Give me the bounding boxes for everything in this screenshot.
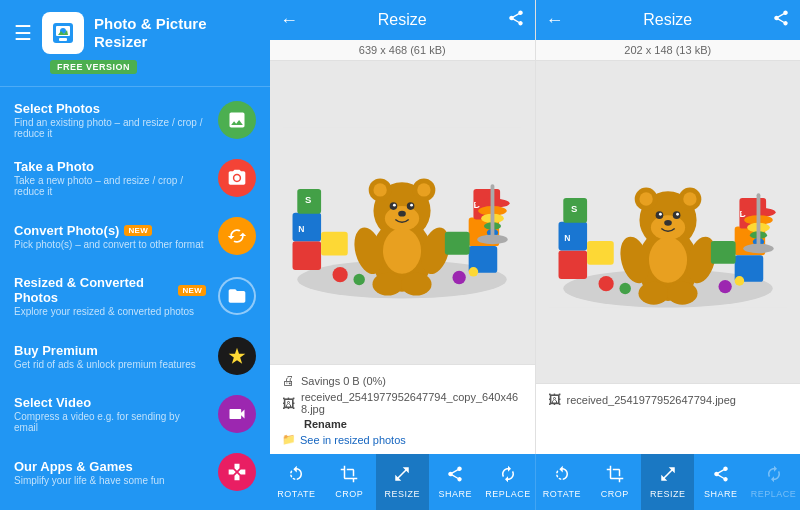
svg-point-15 bbox=[374, 183, 387, 196]
panel-right-header: ← Resize bbox=[536, 0, 801, 40]
app-logo bbox=[42, 12, 84, 54]
panel-right-info: 🖼 received_2541977952647794.jpeg bbox=[536, 383, 801, 454]
crop-left-label: CROP bbox=[335, 489, 363, 499]
resize-right-label: RESIZE bbox=[650, 489, 686, 499]
panel-left-image: S N bbox=[270, 61, 535, 364]
sidebar-item-select-photos-subtitle: Find an existing photo – and resize / cr… bbox=[14, 117, 206, 139]
sidebar-item-apps-subtitle: Simplify your life & have some fun bbox=[14, 475, 206, 486]
select-photos-icon-btn[interactable] bbox=[218, 101, 256, 139]
sidebar-item-convert-subtitle: Pick photo(s) – and convert to other for… bbox=[14, 239, 206, 250]
toolbar-replace-left[interactable]: REPLACE bbox=[482, 454, 535, 510]
apps-icon-btn[interactable] bbox=[218, 453, 256, 491]
svg-point-44 bbox=[477, 234, 507, 244]
panel-right-size-label: 202 x 148 (13 kB) bbox=[536, 40, 801, 61]
sidebar-item-select-photos[interactable]: Select Photos Find an existing photo – a… bbox=[0, 91, 270, 149]
svg-point-35 bbox=[354, 273, 365, 284]
svg-point-64 bbox=[664, 220, 672, 226]
svg-point-22 bbox=[410, 203, 413, 206]
panel-left-info: 🖨 Savings 0 B (0%) 🖼 received_2541977952… bbox=[270, 364, 535, 454]
svg-point-58 bbox=[683, 192, 696, 205]
video-icon-btn[interactable] bbox=[218, 395, 256, 433]
panel-right: ← Resize 202 x 148 (13 kB) S N bbox=[536, 0, 801, 454]
toolbar-crop-left[interactable]: CROP bbox=[323, 454, 376, 510]
svg-point-76 bbox=[619, 283, 630, 294]
take-photo-icon-btn[interactable] bbox=[218, 159, 256, 197]
crop-left-icon bbox=[340, 465, 358, 487]
toolbar-resize-right[interactable]: RESIZE bbox=[641, 454, 694, 510]
hamburger-icon[interactable]: ☰ bbox=[14, 21, 32, 45]
share-right-label: SHARE bbox=[704, 489, 738, 499]
panel-left-header: ← Resize bbox=[270, 0, 535, 40]
panel-right-share-btn[interactable] bbox=[772, 9, 790, 31]
svg-point-69 bbox=[649, 237, 687, 283]
sidebar-item-take-photo-title: Take a Photo bbox=[14, 159, 206, 174]
svg-rect-8 bbox=[321, 232, 348, 256]
panel-left-share-btn[interactable] bbox=[507, 9, 525, 31]
svg-point-28 bbox=[383, 228, 421, 274]
svg-rect-48 bbox=[558, 222, 587, 251]
resized-photos-icon-btn[interactable] bbox=[218, 277, 256, 315]
svg-point-77 bbox=[718, 280, 731, 293]
svg-point-62 bbox=[659, 213, 662, 216]
sidebar-divider bbox=[0, 86, 270, 87]
sidebar-item-select-photos-title: Select Photos bbox=[14, 101, 206, 116]
svg-point-17 bbox=[417, 183, 430, 196]
svg-point-75 bbox=[598, 276, 613, 291]
toolbar-replace-right[interactable]: REPLACE bbox=[747, 454, 800, 510]
main-area: ← Resize 639 x 468 (61 kB) bbox=[270, 0, 800, 510]
sidebar-item-take-photo[interactable]: Take a Photo Take a new photo – and resi… bbox=[0, 149, 270, 207]
crop-right-icon bbox=[606, 465, 624, 487]
svg-text:S: S bbox=[305, 194, 311, 205]
svg-rect-43 bbox=[491, 184, 495, 236]
toolbar-share-right[interactable]: SHARE bbox=[694, 454, 747, 510]
sidebar-item-premium-subtitle: Get rid of ads & unlock premium features bbox=[14, 359, 206, 370]
rotate-left-label: ROTATE bbox=[277, 489, 315, 499]
rotate-right-label: ROTATE bbox=[543, 489, 581, 499]
sidebar-item-video-title: Select Video bbox=[14, 395, 206, 410]
free-version-badge: FREE VERSION bbox=[50, 60, 137, 74]
svg-point-37 bbox=[469, 267, 479, 277]
replace-right-label: REPLACE bbox=[751, 489, 797, 499]
svg-point-26 bbox=[373, 272, 403, 295]
svg-rect-49 bbox=[587, 241, 614, 265]
toolbar-crop-right[interactable]: CROP bbox=[588, 454, 641, 510]
panel-left-savings-row: 🖨 Savings 0 B (0%) bbox=[282, 373, 523, 388]
sidebar-item-convert-photos[interactable]: Convert Photo(s) NEW Pick photo(s) – and… bbox=[0, 207, 270, 265]
share-left-icon bbox=[446, 465, 464, 487]
convert-new-badge: NEW bbox=[124, 225, 152, 236]
toolbar-share-left[interactable]: SHARE bbox=[429, 454, 482, 510]
toolbar-rotate-right[interactable]: ROTATE bbox=[536, 454, 589, 510]
sidebar-item-apps-games[interactable]: Our Apps & Games Simplify your life & ha… bbox=[0, 443, 270, 501]
sidebar-item-resized-photos[interactable]: Resized & Converted Photos NEW Explore y… bbox=[0, 265, 270, 327]
rotate-right-icon bbox=[553, 465, 571, 487]
toolbar-group-right: ROTATE CROP RESIZE SHARE bbox=[536, 454, 801, 510]
replace-right-icon bbox=[765, 465, 783, 487]
svg-point-85 bbox=[743, 244, 773, 254]
panel-right-back-btn[interactable]: ← bbox=[546, 10, 564, 31]
panel-left-see-label: See in resized photos bbox=[300, 434, 406, 446]
panel-left-rename-btn[interactable]: Rename bbox=[304, 418, 523, 430]
toolbar-rotate-left[interactable]: ROTATE bbox=[270, 454, 323, 510]
sidebar-item-premium-title: Buy Premium bbox=[14, 343, 206, 358]
panel-right-title: Resize bbox=[572, 11, 765, 29]
panels-container: ← Resize 639 x 468 (61 kB) bbox=[270, 0, 800, 454]
svg-rect-84 bbox=[756, 193, 760, 245]
panel-left-filename: received_2541977952647794_copy_640x468.j… bbox=[301, 391, 523, 415]
panel-left-back-btn[interactable]: ← bbox=[280, 10, 298, 31]
see-in-resized-icon: 📁 bbox=[282, 433, 296, 446]
svg-rect-2 bbox=[59, 38, 67, 41]
app-title: Photo & Picture Resizer bbox=[94, 15, 256, 51]
panel-right-image: S N bbox=[536, 61, 801, 383]
file-icon-right: 🖼 bbox=[548, 392, 561, 407]
convert-photos-icon-btn[interactable] bbox=[218, 217, 256, 255]
toolbar-resize-left[interactable]: RESIZE bbox=[376, 454, 429, 510]
print-icon: 🖨 bbox=[282, 373, 295, 388]
panel-left-see-link[interactable]: 📁 See in resized photos bbox=[282, 433, 523, 446]
sidebar-item-buy-premium[interactable]: Buy Premium Get rid of ads & unlock prem… bbox=[0, 327, 270, 385]
svg-rect-47 bbox=[558, 251, 587, 280]
file-icon: 🖼 bbox=[282, 396, 295, 411]
premium-icon-btn[interactable] bbox=[218, 337, 256, 375]
crop-right-label: CROP bbox=[601, 489, 629, 499]
sidebar-item-select-video[interactable]: Select Video Compress a video e.g. for s… bbox=[0, 385, 270, 443]
svg-point-63 bbox=[676, 213, 679, 216]
